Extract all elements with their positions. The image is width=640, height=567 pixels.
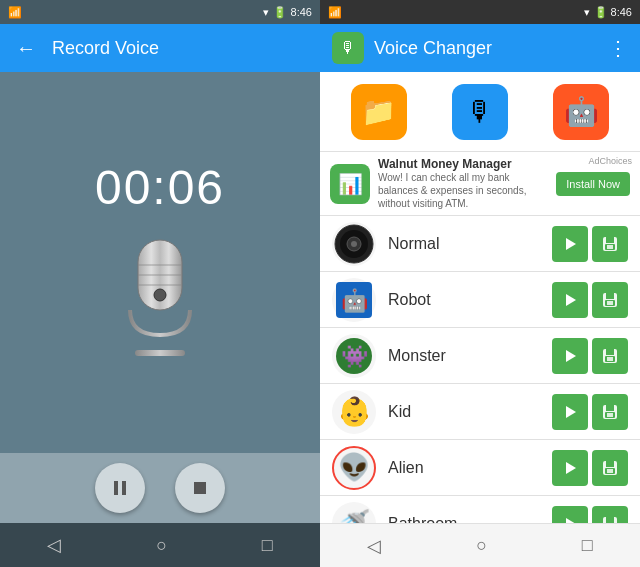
timer-display: 00:06 xyxy=(95,160,225,215)
voice-actions-monster xyxy=(552,338,628,374)
right-battery-icon: 🔋 xyxy=(594,6,608,18)
voice-item-bathroom: 🚿Bathroom xyxy=(320,496,640,523)
ad-desc: Wow! I can check all my bank balances & … xyxy=(378,171,548,210)
voice-item-robot: 🤖 Robot xyxy=(320,272,640,328)
ad-title: Walnut Money Manager xyxy=(378,157,548,171)
svg-rect-35 xyxy=(606,405,614,411)
svg-rect-18 xyxy=(607,245,613,249)
left-app-bar: ← Record Voice xyxy=(0,24,320,72)
back-button[interactable]: ← xyxy=(16,37,36,60)
svg-marker-21 xyxy=(566,294,576,306)
icons-row: 📁 🎙 🤖 xyxy=(320,72,640,152)
svg-marker-28 xyxy=(566,350,576,362)
svg-rect-9 xyxy=(194,482,206,494)
save-button-kid[interactable] xyxy=(592,394,628,430)
svg-point-4 xyxy=(154,289,166,301)
left-back-nav[interactable]: ◁ xyxy=(27,526,81,564)
folder-icon[interactable]: 📁 xyxy=(351,84,407,140)
right-panel: 📶 ▾ 🔋 8:46 🎙 Voice Changer ⋮ 📁 🎙 🤖 AdCho… xyxy=(320,0,640,567)
battery-icon: 🔋 xyxy=(273,6,287,19)
play-button-normal[interactable] xyxy=(552,226,588,262)
svg-text:🤖: 🤖 xyxy=(341,287,369,314)
mic-app-icon[interactable]: 🎙 xyxy=(452,84,508,140)
voice-avatar-monster: 👾 xyxy=(332,334,376,378)
svg-rect-30 xyxy=(606,349,614,355)
voice-name-normal: Normal xyxy=(388,235,540,253)
voice-avatar-alien: 👽 xyxy=(332,446,376,490)
voice-avatar-normal xyxy=(332,222,376,266)
voice-avatar-kid: 👶 xyxy=(332,390,376,434)
right-app-bar: 🎙 Voice Changer ⋮ xyxy=(320,24,640,72)
controls-bar xyxy=(0,453,320,523)
microphone-icon xyxy=(110,235,210,365)
svg-rect-6 xyxy=(135,350,185,356)
left-panel: 📶 ▾ 🔋 8:46 ← Record Voice 00:06 xyxy=(0,0,320,567)
voice-actions-normal xyxy=(552,226,628,262)
ad-choices-label: AdChoices xyxy=(588,156,632,166)
voice-avatar-bathroom: 🚿 xyxy=(332,502,376,524)
save-button-alien[interactable] xyxy=(592,450,628,486)
voice-actions-bathroom xyxy=(552,506,628,524)
svg-point-13 xyxy=(351,241,357,247)
right-status-left: 📶 xyxy=(328,6,342,19)
wifi-icon: ▾ xyxy=(263,6,269,19)
save-button-robot[interactable] xyxy=(592,282,628,318)
right-recent-nav[interactable]: □ xyxy=(562,527,613,564)
left-time: 8:46 xyxy=(291,6,312,18)
left-recent-nav[interactable]: □ xyxy=(242,527,293,564)
robot-app-icon[interactable]: 🤖 xyxy=(553,84,609,140)
left-nav-bar: ◁ ○ □ xyxy=(0,523,320,567)
voice-name-monster: Monster xyxy=(388,347,540,365)
left-home-nav[interactable]: ○ xyxy=(136,527,187,564)
right-nav-bar: ◁ ○ □ xyxy=(320,523,640,567)
microphone-container xyxy=(110,235,210,365)
svg-rect-32 xyxy=(607,357,613,361)
stop-button[interactable] xyxy=(175,463,225,513)
svg-text:👾: 👾 xyxy=(341,343,369,370)
svg-rect-23 xyxy=(606,293,614,299)
svg-rect-7 xyxy=(114,481,118,495)
overflow-menu-button[interactable]: ⋮ xyxy=(608,36,628,60)
play-button-bathroom[interactable] xyxy=(552,506,588,524)
save-button-normal[interactable] xyxy=(592,226,628,262)
svg-rect-8 xyxy=(122,481,126,495)
record-content: 00:06 xyxy=(0,72,320,453)
right-status-bar: 📶 ▾ 🔋 8:46 xyxy=(320,0,640,24)
voice-actions-kid xyxy=(552,394,628,430)
save-button-bathroom[interactable] xyxy=(592,506,628,524)
svg-rect-42 xyxy=(607,469,613,473)
left-app-title: Record Voice xyxy=(52,38,159,59)
right-home-nav[interactable]: ○ xyxy=(456,527,507,564)
voice-name-kid: Kid xyxy=(388,403,540,421)
voice-name-alien: Alien xyxy=(388,459,540,477)
svg-rect-25 xyxy=(607,301,613,305)
left-status-bar: 📶 ▾ 🔋 8:46 xyxy=(0,0,320,24)
play-button-monster[interactable] xyxy=(552,338,588,374)
svg-marker-33 xyxy=(566,406,576,418)
voice-item-alien: 👽Alien xyxy=(320,440,640,496)
right-signal-icon: 📶 xyxy=(328,6,342,18)
left-status-icons: 📶 xyxy=(8,6,22,19)
pause-button[interactable] xyxy=(95,463,145,513)
right-wifi-icon: ▾ xyxy=(584,6,590,18)
voice-name-bathroom: Bathroom xyxy=(388,515,540,524)
voice-list: Normal 🤖 Robot 👾 Monster 👶Kid 👽Alien 🚿Ba… xyxy=(320,216,640,523)
voice-item-normal: Normal xyxy=(320,216,640,272)
install-now-button[interactable]: Install Now xyxy=(556,172,630,196)
right-status-right: ▾ 🔋 8:46 xyxy=(584,6,632,19)
voice-actions-robot xyxy=(552,282,628,318)
right-app-icon: 🎙 xyxy=(332,32,364,64)
ad-logo: 📊 xyxy=(330,164,370,204)
svg-marker-38 xyxy=(566,462,576,474)
play-button-alien[interactable] xyxy=(552,450,588,486)
ad-banner: AdChoices 📊 Walnut Money Manager Wow! I … xyxy=(320,152,640,216)
save-button-monster[interactable] xyxy=(592,338,628,374)
svg-rect-45 xyxy=(606,517,614,523)
right-back-nav[interactable]: ◁ xyxy=(347,527,401,565)
voice-item-kid: 👶Kid xyxy=(320,384,640,440)
play-button-kid[interactable] xyxy=(552,394,588,430)
right-app-title: Voice Changer xyxy=(374,38,492,59)
play-button-robot[interactable] xyxy=(552,282,588,318)
voice-item-monster: 👾 Monster xyxy=(320,328,640,384)
voice-actions-alien xyxy=(552,450,628,486)
